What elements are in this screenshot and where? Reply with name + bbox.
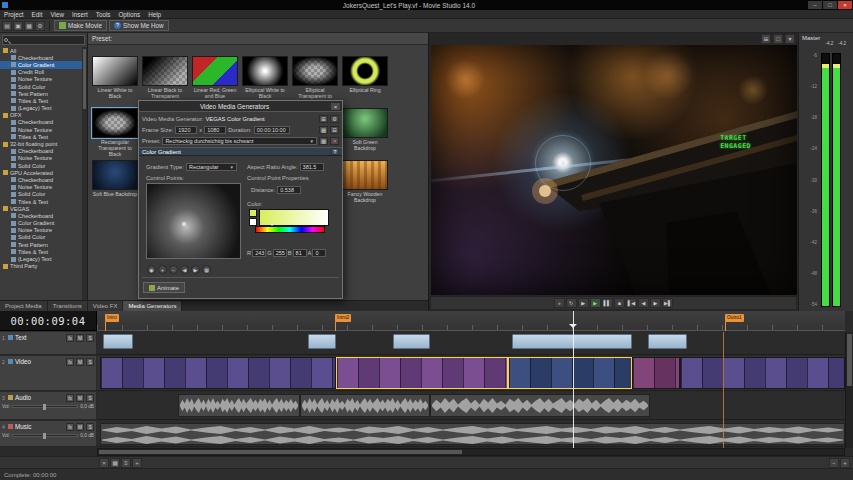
close-bus-view-icon[interactable]: × bbox=[99, 458, 109, 468]
go-to-start-button[interactable]: ▌◀ bbox=[626, 298, 637, 308]
time-ruler[interactable]: Intro Intro2 Outro1 bbox=[97, 311, 845, 331]
track-fx-button[interactable]: fx bbox=[66, 334, 74, 342]
meter-left-channel[interactable] bbox=[821, 53, 830, 307]
video-track-lane[interactable] bbox=[97, 356, 845, 391]
track-header-music[interactable]: 4 Music fx M S Vol: 0,0 dB bbox=[0, 421, 96, 447]
audio-event[interactable] bbox=[178, 394, 300, 417]
previous-point-icon[interactable]: ◀ bbox=[180, 265, 189, 274]
tree-item[interactable]: Checkerboard bbox=[0, 176, 82, 183]
match-project-icon[interactable]: ▦ bbox=[319, 126, 328, 134]
menu-item[interactable]: Help bbox=[144, 11, 165, 18]
frame-height-field[interactable]: 1080 bbox=[204, 126, 226, 134]
gradient-type-select[interactable]: Rectangular ▼ bbox=[186, 163, 237, 171]
text-event[interactable] bbox=[648, 334, 687, 349]
solo-button[interactable]: S bbox=[86, 358, 94, 366]
distance-field[interactable]: 0.538 bbox=[277, 186, 301, 194]
meter-right-channel[interactable] bbox=[832, 53, 841, 307]
video-event-selected[interactable] bbox=[508, 357, 632, 389]
open-project-icon[interactable]: ▣ bbox=[13, 21, 23, 31]
tree-item[interactable]: 32-bit floating point bbox=[0, 140, 82, 147]
tree-item[interactable]: Checkerboard bbox=[0, 148, 82, 155]
control-point-marker[interactable] bbox=[182, 222, 186, 226]
maximize-button[interactable]: □ bbox=[823, 1, 837, 9]
stop-button[interactable]: ■ bbox=[614, 298, 625, 308]
vertical-scrollbar[interactable] bbox=[845, 332, 853, 448]
preset-item[interactable]: Soft Blue Backdrop bbox=[92, 160, 138, 197]
preview-quality-icon[interactable]: ▾ bbox=[785, 34, 795, 44]
record-button[interactable]: ● bbox=[554, 298, 565, 308]
hue-bar[interactable] bbox=[255, 226, 325, 233]
delete-point-icon[interactable]: − bbox=[169, 265, 178, 274]
tree-item[interactable]: Titles & Text bbox=[0, 133, 82, 140]
secondary-color-swatch[interactable] bbox=[249, 218, 257, 226]
tree-item[interactable]: VEGAS bbox=[0, 205, 82, 212]
preset-item[interactable]: Elliptical Ring bbox=[342, 56, 388, 93]
window-tab[interactable]: Video FX bbox=[88, 301, 124, 311]
track-fx-button[interactable]: fx bbox=[66, 394, 74, 402]
save-preset-icon[interactable]: ▦ bbox=[319, 137, 328, 145]
text-track-lane[interactable] bbox=[97, 332, 845, 355]
preset-item[interactable]: Linear Red, Green and Blue bbox=[192, 56, 238, 99]
a-field[interactable]: 0 bbox=[312, 249, 326, 257]
dialog-title-bar[interactable]: Video Media Generators × bbox=[139, 101, 342, 112]
add-point-icon[interactable]: + bbox=[158, 265, 167, 274]
preset-item[interactable]: Soft Green Backdrop bbox=[342, 108, 388, 151]
tree-item[interactable]: All bbox=[0, 47, 82, 54]
solo-button[interactable]: S bbox=[86, 423, 94, 431]
r-field[interactable]: 243 bbox=[252, 249, 266, 257]
go-to-end-button[interactable]: ▶▌ bbox=[662, 298, 673, 308]
video-event[interactable] bbox=[680, 357, 845, 389]
track-list-icon[interactable]: ≡ bbox=[121, 458, 131, 468]
timecode-display[interactable]: 00:00:09:04 bbox=[0, 311, 97, 331]
menu-item[interactable]: View bbox=[46, 11, 68, 18]
music-track-lane[interactable] bbox=[97, 421, 845, 447]
tree-item[interactable]: Titles & Text bbox=[0, 248, 82, 255]
next-point-icon[interactable]: ▶ bbox=[191, 265, 200, 274]
tree-item[interactable]: Checkerboard bbox=[0, 54, 82, 61]
show-me-how-button[interactable]: ? Show Me How bbox=[109, 20, 169, 31]
audio-event[interactable] bbox=[300, 394, 430, 417]
window-tab[interactable]: Transitions bbox=[48, 301, 88, 311]
aspect-field[interactable]: 381.5 bbox=[300, 163, 324, 171]
tree-item[interactable]: Titles & Text bbox=[0, 97, 82, 104]
window-tab[interactable]: Project Media bbox=[0, 301, 48, 311]
plugin-settings-icon[interactable]: ⚙ bbox=[330, 115, 339, 123]
tree-scrollbar[interactable] bbox=[82, 47, 87, 300]
distribute-points-icon[interactable]: ▦ bbox=[202, 265, 211, 274]
menu-item[interactable]: Edit bbox=[28, 11, 47, 18]
save-project-icon[interactable]: ▦ bbox=[24, 21, 34, 31]
copy-snapshot-icon[interactable]: □ bbox=[773, 34, 783, 44]
solo-button[interactable]: S bbox=[86, 394, 94, 402]
tree-item[interactable]: Noise Texture bbox=[0, 155, 82, 162]
frame-settings-icon[interactable]: ⊟ bbox=[330, 126, 339, 134]
track-header-audio[interactable]: 3 Audio fx M S Vol: 0,0 dB bbox=[0, 392, 96, 420]
tree-item[interactable]: Color Gradient bbox=[0, 61, 82, 68]
tree-item[interactable]: Solid Color bbox=[0, 162, 82, 169]
timeline-marker[interactable]: Intro bbox=[105, 314, 119, 322]
tree-item[interactable]: Solid Color bbox=[0, 191, 82, 198]
search-input[interactable] bbox=[2, 35, 85, 45]
tree-item[interactable]: Credit Roll bbox=[0, 69, 82, 76]
volume-slider[interactable] bbox=[12, 405, 78, 408]
zoom-out-icon[interactable]: − bbox=[829, 458, 839, 468]
next-frame-button[interactable]: ▶ bbox=[650, 298, 661, 308]
make-movie-button[interactable]: Make Movie bbox=[54, 20, 107, 31]
preset-item[interactable]: Linear White to Black bbox=[92, 56, 138, 99]
play-from-start-button[interactable]: ▶ bbox=[578, 298, 589, 308]
volume-slider[interactable] bbox=[12, 434, 78, 437]
preset-item[interactable]: Rectangular Transparent to Black bbox=[92, 108, 138, 157]
animate-button[interactable]: Animate bbox=[143, 282, 185, 293]
text-event[interactable] bbox=[512, 334, 632, 349]
tree-item[interactable]: Noise Texture bbox=[0, 227, 82, 234]
mute-button[interactable]: M bbox=[76, 394, 84, 402]
video-event[interactable] bbox=[632, 357, 680, 389]
window-tab[interactable]: Media Generators bbox=[123, 301, 182, 311]
mute-button[interactable]: M bbox=[76, 423, 84, 431]
previous-frame-button[interactable]: ◀ bbox=[638, 298, 649, 308]
preset-item[interactable]: Linear Black to Transparent bbox=[142, 56, 188, 99]
tree-item[interactable]: Checkerboard bbox=[0, 212, 82, 219]
horizontal-scrollbar[interactable] bbox=[97, 448, 845, 456]
text-event[interactable] bbox=[308, 334, 336, 349]
move-point-icon[interactable]: ◉ bbox=[147, 265, 156, 274]
overlays-icon[interactable]: ⊞ bbox=[761, 34, 771, 44]
